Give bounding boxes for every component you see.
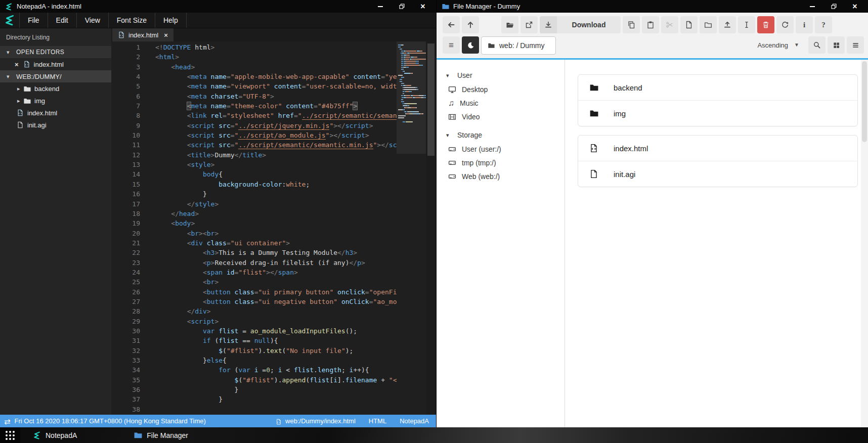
line-number: 9 [111, 121, 140, 130]
line-number: 29 [111, 317, 140, 326]
tree-file-index-html[interactable]: index.html [0, 107, 111, 119]
taskbar-item-notepada[interactable]: NotepadA [33, 427, 77, 443]
open-editor-index.html[interactable]: ×index.html [0, 58, 111, 70]
tree-folder-img[interactable]: ▸img [0, 95, 111, 107]
code-line-21: 21 <div class="ui container"> [111, 238, 436, 248]
sort-order-select[interactable]: Ascending ▼ [750, 36, 806, 54]
sidebar-group-storage[interactable]: ▾Storage [437, 128, 565, 142]
file-row-backend[interactable]: backend [578, 75, 857, 100]
music-icon: ♫ [448, 99, 454, 107]
info-button[interactable]: i [796, 16, 813, 33]
download-label: Download [557, 21, 621, 29]
menu-help[interactable]: Help [155, 13, 187, 28]
file-row-img[interactable]: img [578, 100, 857, 126]
file-row-index-html[interactable]: index.html [578, 136, 857, 161]
list-view-icon [852, 41, 859, 49]
sidebar-group-label: Storage [457, 131, 482, 139]
restore-button[interactable] [830, 3, 838, 11]
code-line-2: 2<html> [111, 52, 436, 62]
sidebar-item-desktop[interactable]: Desktop [437, 82, 565, 96]
editor-minimap[interactable] [397, 41, 426, 415]
line-number: 22 [111, 248, 140, 257]
paste-button[interactable] [642, 16, 659, 33]
help-button[interactable]: ? [815, 16, 832, 33]
file-name: index.html [614, 144, 648, 153]
scrollbar-thumb[interactable] [427, 43, 435, 156]
open-external-button[interactable] [520, 16, 538, 33]
line-number: 16 [111, 189, 140, 199]
download-icon [544, 21, 552, 29]
address-breadcrumb[interactable]: web: / Dummy [481, 36, 556, 55]
sidebar-item-label: Web (web:/) [462, 172, 500, 181]
open-button[interactable] [501, 16, 518, 33]
download-button[interactable]: Download [540, 16, 621, 33]
back-button[interactable] [443, 16, 460, 33]
section-open-editors[interactable]: ▾OPEN EDITORS [0, 46, 111, 58]
chev-down-icon: ▾ [446, 73, 457, 78]
tab-index-html[interactable]: index.html × [112, 28, 173, 41]
close-editor-icon[interactable]: × [15, 61, 19, 68]
minimize-button[interactable] [376, 3, 384, 11]
upload-button[interactable] [719, 16, 736, 33]
delete-button[interactable] [757, 16, 774, 33]
file-row-init-agi[interactable]: init.agi [578, 161, 857, 187]
dark-mode-button[interactable] [462, 36, 479, 54]
sidebar-item-user-user[interactable]: User (user:/) [437, 142, 565, 156]
sidebar-item-music[interactable]: ♫Music [437, 96, 565, 110]
file-card: index.htmlinit.agi [578, 135, 858, 187]
new-file-button[interactable] [680, 16, 698, 33]
search-button[interactable] [808, 36, 826, 54]
taskbar-item-file-manager[interactable]: File Manager [134, 427, 188, 443]
rename-button[interactable] [738, 16, 755, 33]
code-line-10: 10 <script src="../script/ao_module.js">… [111, 130, 436, 140]
editor-tabbar: index.html × [111, 28, 436, 41]
menu-font-size[interactable]: Font Size [109, 13, 155, 28]
file-list-scrollbar[interactable] [861, 60, 868, 427]
new-folder-button[interactable] [700, 16, 717, 33]
menu-hamburger-button[interactable]: ≡ [443, 36, 460, 54]
line-number: 23 [111, 258, 140, 268]
file-list-area: backendimgindex.htmlinit.agi [566, 60, 861, 427]
notepada-titlebar: NotepadA - index.html × [0, 0, 436, 13]
grid-view-button[interactable] [828, 36, 845, 54]
menu-edit[interactable]: Edit [48, 13, 77, 28]
code-line-38: 38 [111, 405, 436, 414]
close-button[interactable]: × [419, 3, 427, 11]
close-button[interactable]: × [851, 3, 859, 11]
tree-file-init-agi[interactable]: init.agi [0, 119, 111, 131]
section-workspace[interactable]: ▾WEB:/DUMMY/ [0, 70, 111, 82]
drive-icon [448, 145, 456, 153]
menu-file[interactable]: File [20, 13, 48, 28]
code-line-3: 3 <head> [111, 62, 436, 72]
sidebar-group-user[interactable]: ▾User [437, 68, 565, 82]
line-number: 14 [111, 169, 140, 179]
copy-button[interactable] [623, 16, 640, 33]
chev-down-icon: ▾ [7, 50, 13, 55]
code-editor[interactable]: 1<!DOCTYPE html>2<html>3 <head>4 <meta n… [111, 41, 436, 415]
up-button[interactable] [462, 16, 479, 33]
menu-view[interactable]: View [77, 13, 109, 28]
tab-close-icon[interactable]: × [164, 31, 168, 39]
notepada-window-title: NotepadA - index.html [17, 3, 81, 10]
tree-folder-backend[interactable]: ▸backend [0, 82, 111, 95]
folder-blue-icon [442, 3, 449, 10]
list-view-button[interactable] [847, 36, 864, 54]
file-name: init.agi [614, 170, 635, 179]
refresh-button[interactable] [776, 16, 794, 33]
minimize-button[interactable] [808, 3, 816, 11]
breadcrumb-path: web: / Dummy [499, 41, 544, 50]
code-line-17: 17 </style> [111, 199, 436, 209]
line-number: 26 [111, 287, 140, 297]
app-launcher-button[interactable] [0, 427, 20, 443]
sidebar-item-web-web[interactable]: Web (web:/) [437, 169, 565, 183]
line-number: 17 [111, 199, 140, 209]
editor-scrollbar[interactable] [426, 41, 436, 415]
directory-listing-panel: Directory Listing ▾OPEN EDITORS×index.ht… [0, 28, 111, 415]
sidebar-item-label: User (user:/) [462, 145, 501, 153]
restore-button[interactable] [398, 3, 406, 11]
sidebar-item-video[interactable]: Video [437, 110, 565, 123]
notepada-logo-icon [5, 2, 13, 11]
cut-button[interactable] [661, 16, 678, 33]
notepada-menubar: FileEditViewFont SizeHelp [0, 13, 436, 28]
sidebar-item-tmp-tmp[interactable]: tmp (tmp:/) [437, 156, 565, 169]
